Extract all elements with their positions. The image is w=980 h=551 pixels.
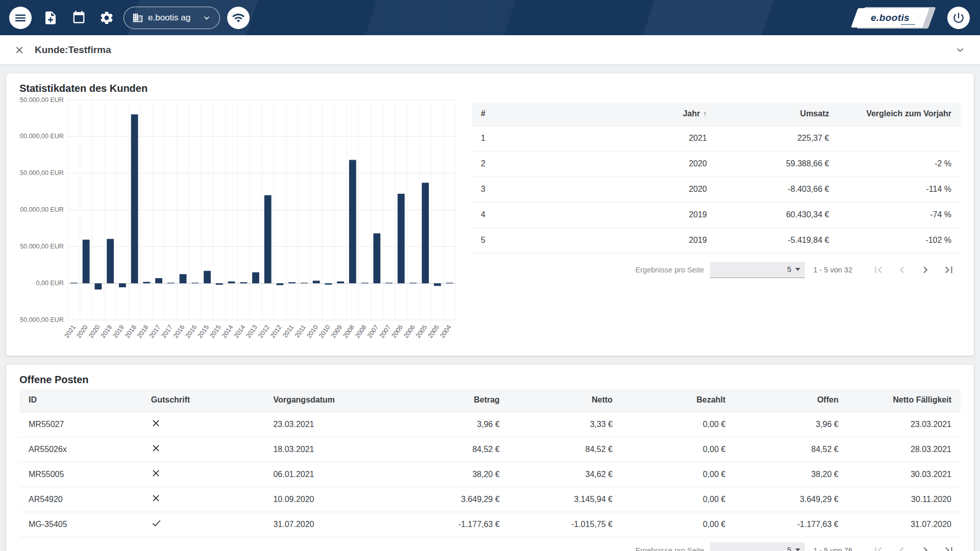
stats-header-index[interactable]: # — [472, 103, 540, 126]
chevron-left-icon — [895, 263, 909, 277]
stats-table-row[interactable]: 4201960.430,34 €-74 % — [472, 202, 961, 228]
context-title: Kunde:Testfirma — [35, 44, 111, 56]
first-page-button[interactable] — [871, 543, 886, 551]
open-items-cell: AR55026x — [19, 437, 142, 462]
open-items-row[interactable]: MR5502723.03.20213,96 €3,33 €0,00 €3,96 … — [19, 412, 961, 437]
header-netto[interactable]: Netto — [509, 389, 622, 412]
stats-table-cell: 2019 — [540, 228, 716, 253]
stats-table-row[interactable]: 52019-5.419,84 €-102 % — [472, 228, 961, 253]
menu-button[interactable] — [9, 7, 32, 29]
stats-table-cell: 2020 — [540, 177, 716, 202]
header-vorgangsdatum[interactable]: Vorgangsdatum — [264, 389, 396, 412]
open-items-cell — [142, 512, 264, 537]
close-icon — [14, 45, 24, 55]
document-add-icon — [43, 10, 58, 26]
svg-text:2011: 2011 — [281, 323, 295, 339]
open-items-cell: 0,00 € — [622, 437, 734, 462]
open-items-row[interactable]: MR5500506.01.202138,20 €34,62 €0,00 €38,… — [19, 462, 961, 487]
chevron-right-icon — [919, 263, 932, 277]
svg-text:2005: 2005 — [414, 323, 428, 339]
open-items-cell: 0,00 € — [622, 412, 734, 437]
svg-text:2017: 2017 — [148, 323, 162, 339]
svg-text:2018: 2018 — [124, 323, 137, 339]
last-page-icon — [942, 263, 955, 277]
company-selector-label: e.bootis ag — [148, 13, 190, 23]
stats-table-cell: 1 — [472, 126, 540, 151]
stats-table-body: 12021225,37 €2202059.388,66 €-2 %32020-8… — [472, 126, 961, 253]
logout-button[interactable] — [947, 7, 970, 29]
open-items-row[interactable]: AR55026x18.03.202184,52 €84,52 €0,00 €84… — [19, 437, 961, 462]
next-page-button[interactable] — [918, 543, 933, 551]
stats-header-jahr[interactable]: Jahr↑ — [540, 103, 716, 126]
svg-text:2012: 2012 — [269, 323, 283, 339]
open-items-cell: 06.01.2021 — [264, 462, 396, 487]
page-size-select[interactable]: 5 — [710, 262, 805, 278]
svg-text:2010: 2010 — [305, 323, 319, 339]
stats-table-cell: 3 — [472, 177, 540, 202]
header-gutschrift[interactable]: Gutschrift — [142, 389, 264, 412]
context-bar: Kunde:Testfirma — [0, 35, 980, 65]
new-document-button[interactable] — [39, 7, 62, 29]
open-items-pagination: Ergebnisse pro Seite 5 1 - 5 von 76 — [19, 542, 961, 551]
open-items-cell: 3.649,29 € — [396, 487, 509, 512]
svg-text:2008: 2008 — [341, 323, 355, 339]
stats-header-vergleich[interactable]: Vergleich zum Vorjahr — [838, 103, 961, 126]
settings-button[interactable] — [95, 7, 118, 29]
svg-text:2016: 2016 — [172, 323, 186, 339]
prev-page-button[interactable] — [894, 543, 910, 551]
open-items-card-title: Offene Posten — [19, 374, 961, 386]
header-id[interactable]: ID — [19, 389, 142, 412]
gear-icon — [99, 10, 114, 26]
svg-text:2019: 2019 — [100, 323, 113, 339]
open-items-cell: 84,52 € — [734, 437, 847, 462]
svg-text:2016: 2016 — [184, 323, 198, 339]
svg-text:2012: 2012 — [257, 323, 271, 339]
open-items-cell: 10.09.2020 — [264, 487, 396, 512]
header-netto-faelligkeit[interactable]: Netto Fälligkeit — [848, 389, 961, 412]
x-icon — [151, 418, 161, 428]
open-items-cell: MG-35405 — [19, 512, 142, 537]
open-items-table: ID Gutschrift Vorgangsdatum Betrag Netto… — [19, 389, 961, 537]
stats-table-row[interactable]: 2202059.388,66 €-2 % — [472, 151, 961, 177]
header-bezahlt[interactable]: Bezahlt — [622, 389, 734, 412]
stats-table-row[interactable]: 12021225,37 € — [472, 126, 961, 151]
main-content: Statistikdaten des Kunden 250.000,00 EUR… — [0, 65, 980, 551]
prev-page-button[interactable] — [894, 262, 910, 278]
open-items-cell: AR54920 — [19, 487, 142, 512]
last-page-button[interactable] — [941, 262, 957, 278]
open-items-row[interactable]: MG-3540531.07.2020-1.177,63 €-1.015,75 €… — [19, 512, 961, 537]
open-items-cell: MR55027 — [19, 412, 142, 437]
x-icon — [151, 443, 161, 453]
stats-header-umsatz[interactable]: Umsatz — [716, 103, 839, 126]
svg-text:2009: 2009 — [330, 323, 344, 339]
svg-text:2006: 2006 — [402, 323, 416, 339]
page-size-value: 5 — [787, 546, 791, 551]
calendar-button[interactable] — [67, 7, 90, 29]
open-items-row[interactable]: AR5492010.09.20203.649,29 €3.145,94 €0,0… — [19, 487, 961, 512]
next-page-button[interactable] — [918, 262, 933, 278]
page-size-select[interactable]: 5 — [710, 542, 805, 551]
open-items-cell — [142, 487, 264, 512]
open-items-table-body: MR5502723.03.20213,96 €3,33 €0,00 €3,96 … — [19, 412, 961, 537]
open-items-cell: 3,33 € — [509, 412, 622, 437]
svg-text:2019: 2019 — [111, 323, 125, 339]
x-icon — [151, 493, 161, 503]
svg-text:2008: 2008 — [354, 323, 368, 339]
header-betrag[interactable]: Betrag — [396, 389, 509, 412]
company-selector[interactable]: e.bootis ag — [124, 7, 220, 29]
stats-table-header-row: # Jahr↑ Umsatz Vergleich zum Vorjahr — [472, 103, 961, 126]
stats-table-row[interactable]: 32020-8.403,66 €-114 % — [472, 177, 961, 202]
first-page-button[interactable] — [871, 262, 886, 278]
last-page-button[interactable] — [941, 543, 957, 551]
connectivity-button[interactable] — [227, 7, 250, 29]
svg-text:2010: 2010 — [317, 323, 331, 339]
header-offen[interactable]: Offen — [734, 389, 847, 412]
collapse-panel-button[interactable] — [952, 42, 968, 58]
close-context-button[interactable] — [12, 43, 27, 57]
svg-text:2011: 2011 — [293, 323, 307, 339]
building-icon — [132, 12, 143, 23]
page-size-label: Ergebnisse pro Seite — [635, 546, 704, 551]
open-items-cell: 0,00 € — [622, 487, 734, 512]
stats-table-cell: -8.403,66 € — [716, 177, 839, 202]
statistics-card-title: Statistikdaten des Kunden — [19, 83, 961, 94]
